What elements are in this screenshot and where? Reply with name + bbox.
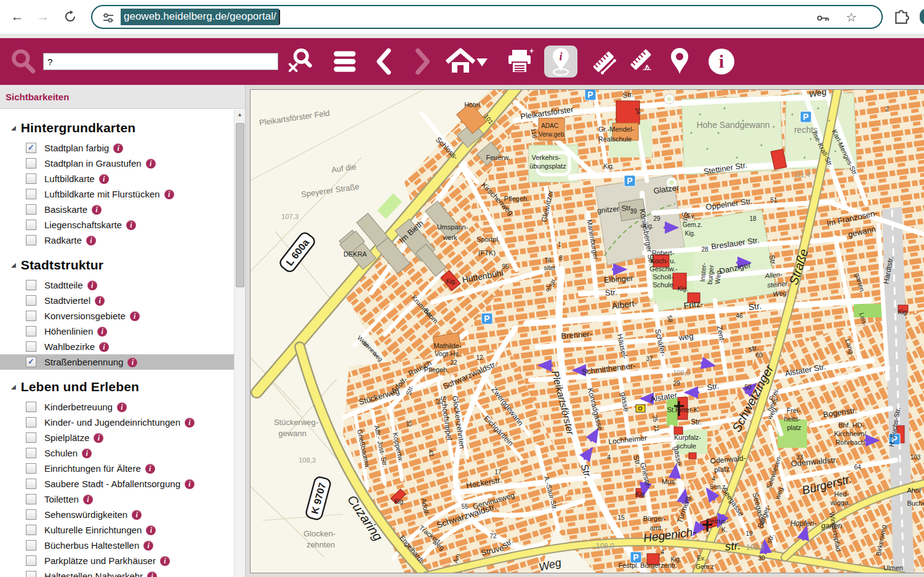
layer-row[interactable]: Saubere Stadt - Abfallentsorgung i [0,476,235,491]
layer-checkbox[interactable] [26,326,36,336]
section-collapse-icon[interactable]: ◢ [11,261,16,268]
bookmark-star-icon[interactable]: ☆ [846,10,857,25]
layer-row[interactable]: Parkplätze und Parkhäuser i [0,553,235,568]
layer-checkbox[interactable] [26,509,36,520]
layer-checkbox[interactable] [26,280,36,290]
layer-row[interactable]: Stadtteile i [0,277,235,293]
layer-checkbox[interactable] [26,295,36,306]
layer-checkbox[interactable] [26,463,36,474]
layer-info-icon[interactable]: i [185,479,195,489]
layer-checkbox[interactable]: ✓ [26,143,36,153]
layer-info-icon[interactable]: i [113,143,123,153]
home-icon[interactable] [444,47,489,76]
layer-info-icon[interactable]: i [143,541,153,551]
layer-row[interactable]: Konversionsgebiete i [0,308,235,324]
layer-checkbox[interactable] [26,479,36,489]
layer-row[interactable]: Wahlbezirke i [0,339,235,354]
layer-info-icon[interactable]: i [99,174,109,184]
layer-checkbox[interactable] [26,448,36,458]
layer-info-icon[interactable]: i [86,236,96,245]
layer-row[interactable]: Kinderbetreuung i [0,399,235,415]
layer-checkbox[interactable] [26,417,36,428]
layer-row[interactable]: Luftbildkarte i [0,171,235,186]
section-collapse-icon[interactable]: ◢ [11,124,16,131]
layer-info-icon[interactable]: i [130,311,140,321]
layer-row[interactable]: Liegenschaftskarte i [0,217,235,233]
section-header[interactable]: ◢ Stadtstruktur [0,252,235,277]
site-settings-icon[interactable] [102,12,114,24]
sidebar-scrollbar[interactable]: ▲ [234,109,245,577]
layer-row[interactable]: Schulen i [0,445,235,461]
layer-info-icon[interactable]: i [126,220,136,230]
extensions-puzzle-icon[interactable] [893,9,910,26]
layer-row[interactable]: Haltestellen Nahverkehr i [0,568,235,577]
layer-info-icon[interactable]: i [160,556,170,566]
layer-row[interactable]: Toiletten i [0,491,235,507]
layer-row[interactable]: Bücherbus Haltestellen i [0,538,235,553]
layer-row[interactable]: Spielplätze i [0,430,235,445]
layer-row[interactable]: Luftbildkarte mit Flurstücken i [0,186,235,202]
layer-info-icon[interactable]: i [146,525,156,535]
layer-row[interactable]: Stadtviertel i [0,293,235,308]
section-collapse-icon[interactable]: ◢ [11,383,16,390]
layer-info-icon[interactable]: i [147,571,157,577]
layer-checkbox[interactable] [26,204,36,215]
layer-row[interactable]: Basiskarte i [0,202,235,217]
layer-info-icon[interactable]: i [146,159,156,169]
layer-row[interactable]: Kulturelle Einrichtungen i [0,522,235,538]
layer-info-icon[interactable]: i [94,433,103,443]
layer-checkbox[interactable] [26,555,36,566]
browser-forward-button[interactable]: → [34,8,52,25]
layer-info-icon[interactable]: i [127,357,137,367]
scrollbar-up-arrow[interactable]: ▲ [235,109,245,120]
layer-checkbox[interactable] [26,173,36,184]
scrollbar-thumb[interactable] [236,123,244,287]
map-canvas[interactable]: PPPPPPL 600aK 9707 Pleikartsförster Feld… [250,89,924,573]
layer-info-icon[interactable]: i [97,327,107,336]
layer-info-icon[interactable]: i [87,281,97,290]
layer-info-icon[interactable]: i [145,464,155,474]
layer-checkbox[interactable] [26,402,36,412]
layer-row[interactable]: Sehenswürdigkeiten i [0,507,235,522]
layer-info-icon[interactable]: i [117,402,127,412]
layers-icon[interactable] [330,47,360,76]
layer-row[interactable]: Stadtplan in Graustufen i [0,156,235,171]
layer-row[interactable]: Radkarte i [0,233,235,248]
section-header[interactable]: ◢ Leben und Erleben [0,373,235,399]
url-bar[interactable]: geoweb.heidelberg.de/geoportal/ ☆ [91,5,883,29]
layer-info-icon[interactable]: i [82,448,92,458]
layer-info-icon[interactable]: i [185,418,195,428]
info-circle-icon[interactable]: i [707,47,736,76]
layer-checkbox[interactable] [26,432,36,443]
layer-row[interactable]: Einrichtungen für Ältere i [0,461,235,476]
measure-distance-ruler-icon[interactable] [589,47,618,76]
profile-avatar[interactable] [920,9,924,25]
layer-checkbox[interactable] [26,189,36,199]
layer-info-icon[interactable]: i [95,296,105,306]
layer-info-icon[interactable]: i [132,510,142,520]
search-clear-icon[interactable] [284,47,314,76]
url-text[interactable]: geoweb.heidelberg.de/geoportal/ [121,9,279,25]
layer-row[interactable]: Kinder- und Jugendeinrichtungen i [0,415,235,430]
layer-checkbox[interactable] [26,540,36,551]
browser-back-button[interactable]: ← [9,8,26,25]
print-icon[interactable]: + [505,47,534,76]
layer-info-icon[interactable]: i [92,205,102,215]
layer-checkbox[interactable] [26,341,36,352]
layer-checkbox[interactable] [26,235,36,245]
layer-info-icon[interactable]: i [99,342,109,352]
layer-row[interactable]: Höhenlinien i [0,324,235,339]
info-pin-button[interactable]: i [544,46,577,78]
key-icon[interactable] [816,12,830,24]
layer-checkbox[interactable] [26,220,36,230]
browser-reload-button[interactable] [62,8,79,25]
history-back-icon[interactable] [369,47,399,76]
layer-row[interactable]: ✓ Stadtplan farbig i [0,140,235,156]
layer-info-icon[interactable]: i [83,495,93,504]
location-pin-icon[interactable] [665,47,694,76]
layer-info-icon[interactable]: i [164,189,174,199]
layer-row[interactable]: ✓ Straßenbenennung i [0,354,235,370]
layer-checkbox[interactable]: ✓ [26,357,36,367]
layer-checkbox[interactable] [26,525,36,535]
layer-checkbox[interactable] [26,158,36,169]
